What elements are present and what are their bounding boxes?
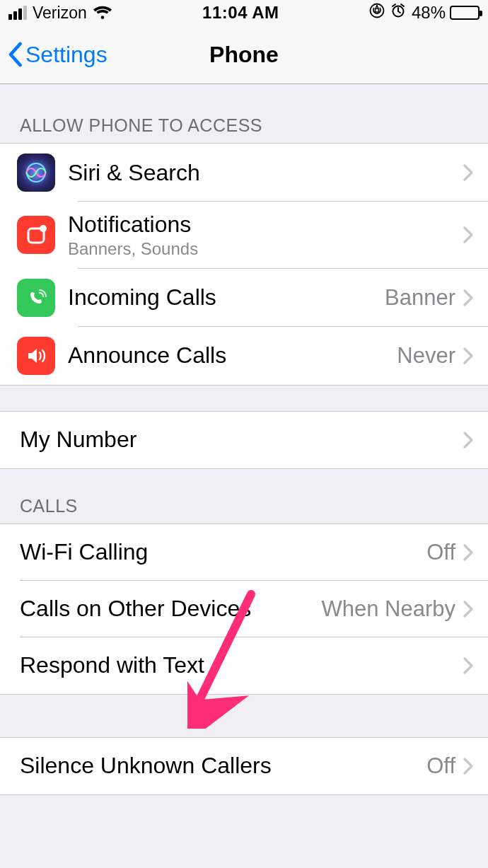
status-time: 11:04 AM — [202, 3, 279, 23]
group-silence: Silence Unknown Callers Off — [0, 737, 488, 795]
row-wifi-calling[interactable]: Wi-Fi Calling Off — [0, 524, 488, 581]
speaker-icon — [17, 337, 55, 375]
status-bar: Verizon 11:04 AM 48% — [0, 0, 488, 25]
battery-percent-label: 48% — [412, 3, 446, 23]
row-incoming-calls[interactable]: Incoming Calls Banner — [0, 269, 488, 327]
group-my-number: My Number — [0, 411, 488, 469]
rotation-lock-icon — [369, 3, 385, 23]
row-label: Notifications — [68, 212, 463, 238]
chevron-right-icon — [463, 656, 474, 675]
svg-rect-1 — [375, 8, 378, 12]
section-header-allow-access: Allow Phone to Access — [0, 84, 488, 143]
row-value: When Nearby — [321, 596, 455, 622]
chevron-right-icon — [463, 347, 474, 365]
row-value: Never — [397, 343, 455, 369]
chevron-right-icon — [463, 289, 474, 307]
row-my-number[interactable]: My Number — [0, 412, 488, 468]
row-label: Silence Unknown Callers — [20, 753, 426, 779]
row-label: Calls on Other Devices — [20, 596, 321, 622]
alarm-icon — [390, 3, 406, 23]
group-allow-access: Siri & Search Notifications Banners, Sou… — [0, 143, 488, 386]
row-notifications[interactable]: Notifications Banners, Sounds — [0, 202, 488, 269]
row-label: Announce Calls — [68, 342, 397, 369]
row-label: Wi-Fi Calling — [20, 539, 426, 565]
section-header-calls: Calls — [0, 469, 488, 523]
row-announce-calls[interactable]: Announce Calls Never — [0, 327, 488, 385]
chevron-right-icon — [463, 600, 474, 618]
row-label: My Number — [20, 427, 463, 453]
chevron-left-icon — [7, 42, 23, 67]
chevron-right-icon — [463, 431, 474, 449]
chevron-right-icon — [463, 543, 474, 562]
chevron-right-icon — [463, 226, 474, 244]
battery-indicator: 48% — [412, 3, 480, 23]
notifications-icon — [17, 216, 55, 254]
row-value: Banner — [385, 285, 455, 311]
siri-icon — [17, 154, 55, 192]
row-label: Incoming Calls — [68, 284, 385, 311]
phone-icon — [17, 279, 55, 317]
row-respond-with-text[interactable]: Respond with Text — [0, 637, 488, 694]
signal-strength-icon — [8, 6, 27, 20]
wifi-icon — [93, 5, 112, 21]
status-left: Verizon — [8, 4, 112, 23]
row-silence-unknown-callers[interactable]: Silence Unknown Callers Off — [0, 738, 488, 794]
row-value: Off — [426, 540, 455, 565]
carrier-label: Verizon — [33, 4, 87, 23]
row-calls-other-devices[interactable]: Calls on Other Devices When Nearby — [0, 581, 488, 637]
back-button[interactable]: Settings — [0, 42, 108, 68]
chevron-right-icon — [463, 163, 474, 182]
svg-point-5 — [40, 225, 47, 232]
row-label: Respond with Text — [20, 652, 463, 678]
row-value: Off — [426, 753, 455, 779]
chevron-right-icon — [463, 757, 474, 775]
back-label: Settings — [25, 42, 108, 68]
row-label: Siri & Search — [68, 160, 463, 186]
group-calls: Wi-Fi Calling Off Calls on Other Devices… — [0, 523, 488, 695]
row-siri-search[interactable]: Siri & Search — [0, 144, 488, 202]
nav-bar: Settings Phone — [0, 25, 488, 84]
status-right: 48% — [369, 3, 480, 23]
row-sub: Banners, Sounds — [68, 239, 463, 259]
